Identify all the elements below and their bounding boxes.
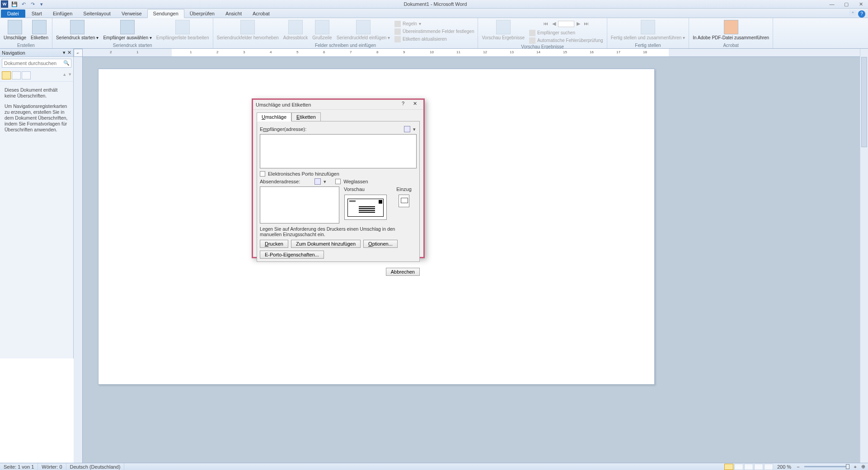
empfaenger-textarea[interactable] [260,134,417,168]
status-words[interactable]: Wörter: 0 [38,463,66,470]
help-icon[interactable]: ? [858,10,865,18]
recipients-icon [120,20,135,34]
felder-festlegen-button: Übereinstimmende Felder festlegen [393,28,476,35]
mailmerge-icon [70,20,84,34]
greeting-icon [315,20,329,34]
absender-textarea[interactable] [260,186,339,223]
tab-ueberpruefen[interactable]: Überprüfen [184,9,220,18]
seriendruckfelder-hervorheben-button: Seriendruckfelder hervorheben [215,19,281,41]
empfaenger-auswaehlen-button[interactable]: Empfänger auswählen ▾ [101,19,153,41]
empfaenger-label: Empfänger(adresse): [260,126,306,132]
vertical-scrollbar[interactable] [860,49,868,463]
dialog-close-button[interactable]: ✕ [409,101,421,109]
horizontal-ruler[interactable]: 21123456789101112131415161718 [83,49,860,57]
dialog-title: Umschläge und Etiketten [256,102,311,107]
address-book-icon[interactable] [404,126,410,132]
address-book-dropdown-icon[interactable]: ▾ [413,126,417,132]
view-draft-button[interactable] [764,464,773,470]
regeln-button: Regeln ▾ [393,20,476,28]
tab-acrobat[interactable]: Acrobat [247,9,275,18]
vorschau-label: Vorschau [344,186,387,192]
weglassen-checkbox[interactable] [335,179,341,184]
einzug-label: Einzug [391,186,417,192]
tab-selector[interactable]: ⌐ [74,49,83,57]
qat-save-icon[interactable]: 💾 [10,0,19,8]
dialog-tab-umschlaege[interactable]: Umschläge [257,112,291,121]
adressblock-button: Adressblock [282,19,310,41]
seriendruck-starten-button[interactable]: Seriendruck starten ▾ [54,19,101,41]
view-fullscreen-button[interactable] [734,464,743,470]
qat-redo-icon[interactable]: ↷ [28,0,37,8]
fehlerueberpruefung-button: Automatische Fehlerüberprüfung [527,37,605,44]
abbrechen-button[interactable]: Abbrechen [386,268,420,276]
errorcheck-icon [529,37,535,44]
view-outline-button[interactable] [754,464,763,470]
addressblock-icon [288,20,303,34]
zum-dokument-hinzufuegen-button[interactable]: Zum Dokument hinzufügen [291,240,361,248]
ribbon-minimize-icon[interactable]: ˄ [849,10,856,18]
navigation-search-input[interactable] [2,59,71,68]
scrollbar-thumb[interactable] [861,57,867,147]
tab-ansicht[interactable]: Ansicht [220,9,247,18]
window-close-button[interactable]: ✕ [854,0,868,9]
labels-icon [32,20,47,34]
tab-seitenlayout[interactable]: Seitenlayout [78,9,116,18]
qat-customize-icon[interactable]: ▾ [37,0,46,8]
preview-icon [496,20,511,34]
optionen-button[interactable]: Optionen... [363,240,398,248]
zoom-out-button[interactable]: − [795,464,801,470]
app-title: Dokument1 - Microsoft Word [46,1,825,7]
status-bar: Seite: 1 von 1 Wörter: 0 Deutsch (Deutsc… [0,463,868,470]
status-language[interactable]: Deutsch (Deutschland) [66,463,125,470]
drucken-button[interactable]: Drucken [260,240,288,248]
zoom-fit-button[interactable]: ⊕ [859,464,868,470]
window-minimize-button[interactable]: — [825,0,839,9]
nav-view-results-button[interactable] [22,71,31,79]
dialog-tab-etiketten[interactable]: Etiketten [291,112,321,121]
seriendruckfeld-einfuegen-button: Seriendruckfeld einfügen ▾ [335,19,392,41]
envelope-preview[interactable] [344,195,387,220]
adobe-pdf-button[interactable]: In Adobe PDF-Datei zusammenführen [691,19,771,41]
zoom-in-button[interactable]: + [852,464,859,470]
tab-sendungen[interactable]: Sendungen [147,9,184,18]
etiketten-button[interactable]: Etiketten [29,19,50,41]
umschlaege-button[interactable]: Umschläge [2,19,28,41]
vertical-ruler[interactable] [74,57,83,463]
view-print-layout-button[interactable] [724,464,733,470]
navigation-menu-icon[interactable]: ▾ [63,50,66,56]
tab-datei[interactable]: Datei [1,9,25,18]
nav-view-pages-button[interactable] [12,71,21,79]
eporto-label: Elektronisches Porto hinzufügen [268,171,339,177]
eporto-eigenschaften-button[interactable]: E-Porto-Eigenschaften... [260,251,324,259]
nav-view-headings-button[interactable] [2,71,11,79]
matchfields-icon [394,28,401,35]
weglassen-label: Weglassen [343,179,368,184]
zoom-slider[interactable] [804,466,849,467]
view-web-button[interactable] [744,464,753,470]
title-bar: W 💾 ↶ ↷ ▾ Dokument1 - Microsoft Word — ▢… [0,0,868,9]
group-acrobat-label: Acrobat [691,43,771,48]
navigation-close-icon[interactable]: ✕ [67,50,71,56]
absender-dropdown-icon[interactable]: ▾ [324,179,327,185]
search-icon [529,30,535,36]
zoom-slider-knob[interactable] [846,464,849,469]
zoom-level[interactable]: 200 % [774,464,795,470]
qat-undo-icon[interactable]: ↶ [19,0,28,8]
feed-hint: Legen Sie auf Anforderung des Druckers e… [260,226,417,237]
search-icon[interactable]: 🔍 [63,60,70,66]
tab-start[interactable]: Start [26,9,47,18]
status-page[interactable]: Seite: 1 von 1 [0,463,38,470]
editlist-icon [175,20,190,34]
absender-address-book-icon[interactable] [314,178,321,185]
window-restore-button[interactable]: ▢ [839,0,854,9]
feed-icon[interactable] [399,195,409,207]
group-fertig-label: Fertig stellen [609,43,687,48]
tab-verweise[interactable]: Verweise [116,9,147,18]
nav-next-icon[interactable]: ▾ [69,71,71,79]
etiketten-aktualisieren-button: Etiketten aktualisieren [393,35,476,43]
grusszeile-button: Grußzeile [310,19,333,41]
nav-prev-icon[interactable]: ▴ [63,71,66,79]
eporto-checkbox[interactable] [260,171,265,177]
dialog-help-button[interactable]: ? [397,101,409,109]
tab-einfuegen[interactable]: Einfügen [47,9,78,18]
